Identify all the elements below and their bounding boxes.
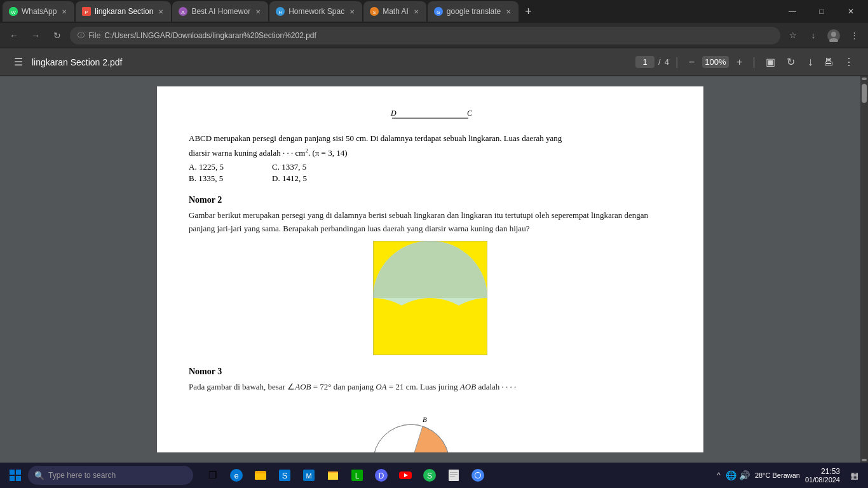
svg-text:D: D: [379, 471, 384, 480]
nomor1-options: A. 1225, 5 C. 1337, 5 B. 1335, 5 D. 1412…: [189, 162, 354, 184]
tab-homework[interactable]: H Homework Spac ✕: [269, 1, 362, 22]
svg-text:D: D: [390, 109, 397, 118]
taskbar-libreoffice-icon[interactable]: L: [346, 464, 369, 487]
svg-text:B: B: [423, 416, 427, 423]
browser-chrome: W WhatsApp ✕ P lingkaran Section ✕ A Bes…: [0, 0, 868, 76]
taskbar-task-view[interactable]: ❐: [201, 464, 224, 487]
tab-best-ai[interactable]: A Best AI Homewor ✕: [172, 1, 268, 22]
more-options-button[interactable]: ⋮: [840, 53, 858, 71]
tab-close-google[interactable]: ✕: [505, 7, 512, 17]
taskbar-right: ^ 🌐 🔊 28°C Berawan 21:53 01/08/2024 ▦: [717, 464, 863, 487]
pdf-page: D C ABCD merupakan persegi dengan panjan…: [0, 76, 860, 463]
scrollbar-right[interactable]: [860, 76, 868, 463]
sidebar-toggle-button[interactable]: ☰: [10, 53, 27, 71]
window-controls: — □ ✕: [778, 1, 865, 22]
download-icon[interactable]: ↓: [804, 27, 822, 44]
tab-close-math[interactable]: ✕: [412, 7, 420, 17]
svg-point-13: [831, 32, 836, 37]
maximize-button[interactable]: □: [807, 1, 836, 22]
taskbar-search[interactable]: 🔍 Type here to search: [28, 466, 193, 485]
taskbar-notes-icon[interactable]: [442, 464, 465, 487]
nomor2-text: Gambar berikut merupakan persegi yang di…: [189, 209, 672, 236]
tab-close-whatsapp[interactable]: ✕: [60, 7, 68, 17]
rotate-button[interactable]: ↻: [783, 53, 799, 71]
tab-close-homework[interactable]: ✕: [348, 7, 356, 17]
tab-label-whatsapp: WhatsApp: [22, 7, 57, 16]
tab-lingkaran[interactable]: P lingkaran Section ✕: [76, 1, 171, 22]
network-icon[interactable]: 🌐: [726, 470, 736, 480]
notification-button[interactable]: ▦: [845, 464, 863, 487]
back-button[interactable]: ←: [5, 27, 23, 44]
taskbar-store-icon[interactable]: S: [273, 464, 296, 487]
dc-diagram-top: D C: [373, 105, 487, 125]
svg-text:P: P: [85, 10, 88, 15]
taskbar-explorer-icon[interactable]: [249, 464, 272, 487]
tab-label-google: google translate: [447, 7, 501, 16]
svg-rect-54: [450, 472, 458, 473]
tab-favicon-google: G: [434, 7, 443, 16]
address-input[interactable]: ⓘ File C:/Users/LINGGAR/Downloads/lingka…: [70, 27, 780, 44]
fit-page-button[interactable]: ▣: [762, 53, 779, 71]
svg-text:A: A: [182, 10, 186, 15]
svg-point-59: [475, 473, 480, 478]
tab-google[interactable]: G google translate ✕: [428, 1, 519, 22]
nomor3-diagram: O A B: [189, 399, 672, 452]
svg-text:M: M: [306, 472, 311, 480]
option-d: D. 1412, 5: [272, 173, 354, 184]
tab-close-best-ai[interactable]: ✕: [254, 7, 262, 17]
volume-icon[interactable]: 🔊: [739, 470, 750, 480]
taskbar-chrome-icon[interactable]: [466, 464, 489, 487]
tray-arrow-icon[interactable]: ^: [717, 471, 721, 480]
forward-button[interactable]: →: [27, 27, 44, 44]
nomor1-text2: diarsir warna kuning adalah · · · cm2. (…: [189, 147, 672, 158]
menu-dots-icon[interactable]: ⋮: [845, 27, 863, 44]
start-button[interactable]: [5, 465, 25, 485]
taskbar-youtube-icon[interactable]: [394, 464, 417, 487]
option-a: A. 1225, 5: [189, 162, 271, 172]
tab-whatsapp[interactable]: W WhatsApp ✕: [3, 1, 74, 22]
download-pdf-button[interactable]: ↓: [804, 53, 817, 71]
zoom-out-button[interactable]: −: [685, 54, 698, 71]
tab-math[interactable]: S Math AI ✕: [363, 1, 426, 22]
svg-text:G: G: [437, 10, 440, 15]
pdf-title: lingkaran Section 2.pdf: [32, 57, 630, 67]
svg-rect-34: [16, 476, 21, 481]
taskbar-spotify-icon[interactable]: S: [418, 464, 441, 487]
page-total: 4: [665, 57, 669, 67]
svg-text:C: C: [467, 109, 473, 118]
svg-rect-44: [328, 473, 338, 480]
tab-label-lingkaran: lingkaran Section: [95, 7, 153, 16]
pdf-content-area: D C ABCD merupakan persegi dengan panjan…: [0, 76, 868, 463]
scrollbar-thumb[interactable]: [862, 84, 867, 103]
tab-favicon-whatsapp: W: [9, 7, 18, 16]
tab-label-homework: Homework Spac: [288, 7, 344, 16]
taskbar-clock[interactable]: 21:53 01/08/2024: [805, 467, 840, 484]
option-c: C. 1337, 5: [272, 162, 354, 172]
profile-icon[interactable]: [825, 27, 843, 44]
taskbar-outlook-icon[interactable]: M: [297, 464, 320, 487]
nomor2-diagram: [189, 241, 672, 355]
taskbar-edge-icon[interactable]: e: [225, 464, 248, 487]
taskbar-discord-icon[interactable]: D: [370, 464, 393, 487]
close-button[interactable]: ✕: [836, 1, 865, 22]
nomor1-text1: ABCD merupakan persegi dengan panjang si…: [189, 133, 672, 144]
star-icon[interactable]: ☆: [784, 27, 802, 44]
address-prefix: File: [88, 31, 100, 40]
svg-rect-31: [10, 470, 15, 475]
tab-favicon-math: S: [370, 7, 379, 16]
tab-close-lingkaran[interactable]: ✕: [157, 7, 165, 17]
taskbar-search-icon: 🔍: [34, 471, 44, 480]
zoom-input[interactable]: [702, 56, 729, 68]
taskbar-files-icon[interactable]: [322, 464, 344, 487]
refresh-button[interactable]: ↻: [48, 27, 66, 44]
address-url: C:/Users/LINGGAR/Downloads/lingkaran%20S…: [104, 31, 316, 40]
page-number-input[interactable]: [635, 56, 654, 68]
print-button[interactable]: 🖶: [820, 53, 837, 71]
svg-text:W: W: [11, 10, 16, 15]
toolbar-separator1: |: [675, 55, 679, 69]
svg-text:L: L: [355, 471, 360, 480]
weather-text[interactable]: 28°C Berawan: [755, 471, 800, 479]
new-tab-button[interactable]: +: [520, 5, 537, 18]
zoom-in-button[interactable]: +: [733, 54, 746, 71]
minimize-button[interactable]: —: [778, 1, 807, 22]
